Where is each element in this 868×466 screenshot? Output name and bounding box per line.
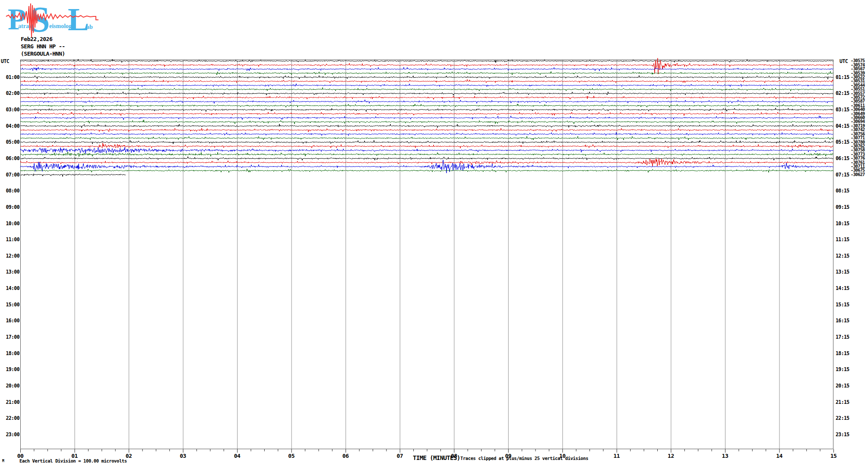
seismogram-trace — [20, 116, 833, 120]
seismogram-trace — [20, 120, 833, 124]
seismogram-trace — [20, 71, 833, 75]
helicorder-page: P atras S eismology L ab Feb22,2026 SERG… — [0, 0, 868, 466]
seismogram-trace — [20, 84, 833, 87]
seismogram-trace — [20, 124, 833, 128]
scale-note: Each Vertical Division = 100.00 microvol… — [19, 458, 127, 463]
seismogram-trace — [20, 58, 833, 74]
seismogram-trace — [20, 128, 833, 132]
seismogram-trace — [20, 79, 833, 83]
seismogram-trace — [20, 67, 833, 71]
seismogram-trace — [20, 88, 833, 91]
seismogram-trace — [20, 174, 126, 177]
seismogram-trace — [20, 92, 833, 95]
seismogram-trace — [20, 160, 833, 173]
seismogram-trace — [20, 140, 833, 144]
seismogram-trace — [20, 143, 833, 148]
seismogram-trace — [20, 100, 833, 104]
clip-note: Traces clipped at plus/minus 25 vertical… — [460, 456, 588, 461]
seismogram-trace — [20, 152, 833, 157]
seismogram-trace — [20, 132, 833, 136]
seismogram-trace — [20, 112, 833, 116]
seismogram-trace — [20, 108, 833, 112]
seismogram-trace — [20, 159, 833, 167]
seismogram-trace — [20, 157, 833, 161]
seismogram-trace — [20, 76, 833, 79]
seismogram-plot — [0, 0, 868, 466]
corner-glyph: M — [2, 459, 4, 463]
seismogram-trace — [20, 104, 833, 107]
seismogram-trace — [20, 147, 833, 153]
seismogram-trace — [20, 96, 833, 99]
x-axis-title: TIME (MINUTES) — [413, 454, 460, 461]
seismogram-trace — [20, 136, 833, 140]
seismogram-trace — [20, 169, 833, 172]
